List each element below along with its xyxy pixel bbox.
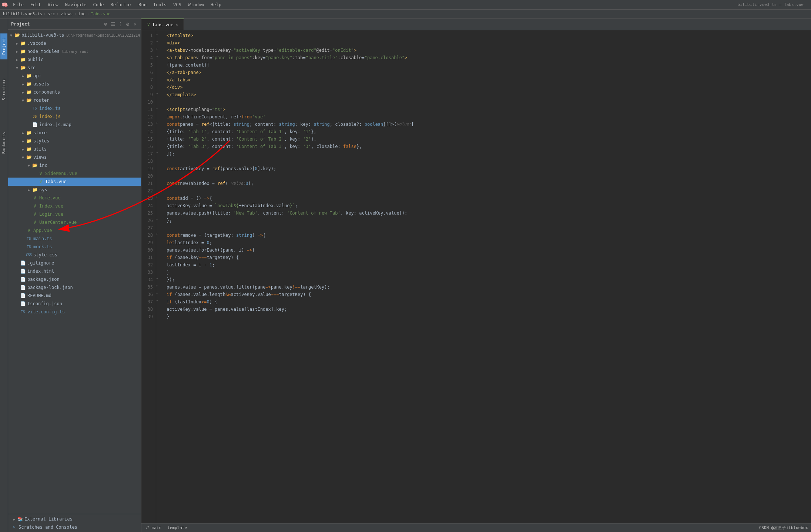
tree-item-package-json[interactable]: 📄package.json <box>8 275 141 283</box>
ts-file-icon: TS <box>20 309 26 315</box>
app-icon: 🧠 <box>1 2 8 8</box>
vue-file-icon: V <box>32 211 38 217</box>
folder-arrow-public[interactable]: ▶ <box>14 57 20 63</box>
menu-help[interactable]: Help <box>208 1 224 8</box>
folder-arrow-sys[interactable]: ▶ <box>26 187 32 193</box>
settings-icon[interactable]: ⚙ <box>125 21 131 27</box>
locate-icon[interactable]: ⊕ <box>103 21 108 27</box>
folder-arrow-views[interactable]: ▼ <box>20 154 26 160</box>
tree-item-main-ts[interactable]: TSmain.ts <box>8 235 141 243</box>
panel-tab-bookmarks[interactable]: Bookmarks <box>0 127 7 158</box>
tree-item-sys[interactable]: ▶📁sys <box>8 186 141 194</box>
tree-item-src[interactable]: ▼📂src <box>8 64 141 72</box>
tree-item--vscode[interactable]: ▶📁.vscode <box>8 39 141 47</box>
status-branch: ⎇ main <box>144 525 161 530</box>
tree-item-utils[interactable]: ▶📁utils <box>8 145 141 153</box>
folder-arrow-components[interactable]: ▶ <box>20 89 26 95</box>
menu-navigate[interactable]: Navigate <box>62 1 90 8</box>
folder-arrow-router[interactable]: ▼ <box>20 97 26 103</box>
folder-icon: 📂 <box>26 97 32 103</box>
folder-arrow-.vscode[interactable]: ▶ <box>14 40 20 46</box>
tree-item-index-ts[interactable]: TSindex.ts <box>8 104 141 112</box>
folder-icon: 📁 <box>20 57 26 63</box>
tree-item-styles[interactable]: ▶📁styles <box>8 137 141 145</box>
folder-arrow-inc[interactable]: ▼ <box>26 162 32 168</box>
tree-item-login-vue[interactable]: VLogin.vue <box>8 210 141 218</box>
tree-item-api[interactable]: ▶📁api <box>8 72 141 80</box>
folder-arrow-styles[interactable]: ▶ <box>20 138 26 144</box>
menu-edit[interactable]: Edit <box>27 1 44 8</box>
tab-close-button[interactable]: ✕ <box>175 23 178 27</box>
tab-label: Tabs.vue <box>152 22 174 27</box>
tree-item-node-modules[interactable]: ▶📁node_moduleslibrary root <box>8 47 141 55</box>
vue-file-icon: V <box>38 179 44 185</box>
tree-item-components[interactable]: ▶📁components <box>8 88 141 96</box>
tree-item-readme-md[interactable]: 📄README.md <box>8 292 141 300</box>
sidebar-header: Project ⊕ ☰ ⋮ ⚙ ✕ <box>8 18 141 30</box>
breadcrumb-inc[interactable]: inc <box>78 11 86 16</box>
tree-item-index-vue[interactable]: VIndex.vue <box>8 202 141 210</box>
breadcrumb-src[interactable]: src <box>48 11 55 16</box>
tree-item-app-vue[interactable]: VApp.vue <box>8 226 141 235</box>
collapse-all-icon[interactable]: ☰ <box>110 21 116 27</box>
folder-icon: 📂 <box>20 65 26 71</box>
file-tree: ▼📂bilibili-vue3-tsD:\ProgramWorkSpace\ID… <box>8 30 141 514</box>
panel-tab-structure[interactable]: Structure <box>0 74 7 105</box>
map-file-icon: 📄 <box>32 122 38 128</box>
tab-tabs-vue[interactable]: V Tabs.vue ✕ <box>141 18 184 30</box>
css-file-icon: CSS <box>26 252 32 258</box>
tree-item-inc[interactable]: ▼📂inc <box>8 161 141 169</box>
code-content[interactable]: <template> <div> <a-tabs v-model:activeK… <box>164 30 811 523</box>
tree-item-views[interactable]: ▼📂views <box>8 153 141 161</box>
folder-arrow-assets[interactable]: ▶ <box>20 81 26 87</box>
tree-item-usercenter-vue[interactable]: VUserCenter.vue <box>8 218 141 226</box>
folder-icon: 📁 <box>32 187 38 193</box>
tree-item-tabs-vue[interactable]: VTabs.vue <box>8 178 141 186</box>
folder-arrow-node_modules[interactable]: ▶ <box>14 48 20 54</box>
vue-file-icon: V <box>26 228 32 233</box>
menu-tools[interactable]: Tools <box>150 1 170 8</box>
tree-item-index-js[interactable]: JSindex.js <box>8 112 141 121</box>
folder-arrow-api[interactable]: ▶ <box>20 73 26 79</box>
external-libraries-item[interactable]: ▶ 📚 External Libraries <box>8 515 141 523</box>
tree-options-icon[interactable]: ⋮ <box>117 21 123 27</box>
breadcrumb-views[interactable]: views <box>60 11 73 16</box>
menu-run[interactable]: Run <box>135 1 150 8</box>
menu-code[interactable]: Code <box>90 1 107 8</box>
tree-item-index-html[interactable]: 📄index.html <box>8 267 141 275</box>
tree-item-package-lock-json[interactable]: 📄package-lock.json <box>8 283 141 292</box>
tree-item-vite-config-ts[interactable]: TSvite.config.ts <box>8 308 141 316</box>
tree-item-router[interactable]: ▼📂router <box>8 96 141 104</box>
tree-item-store[interactable]: ▶📁store <box>8 129 141 137</box>
code-editor[interactable]: 1234567891011121314151617181920212223242… <box>141 30 811 523</box>
close-panel-icon[interactable]: ✕ <box>132 21 138 27</box>
breadcrumb-file[interactable]: Tabs.vue <box>91 11 110 16</box>
tree-item-style-css[interactable]: CSSstyle.css <box>8 251 141 259</box>
tree-item-mock-ts[interactable]: TSmock.ts <box>8 243 141 251</box>
folder-arrow-src[interactable]: ▼ <box>14 65 20 71</box>
menu-window[interactable]: Window <box>185 1 207 8</box>
tree-item-assets[interactable]: ▶📁assets <box>8 80 141 88</box>
status-template[interactable]: template <box>167 525 187 530</box>
vue-file-icon: V <box>32 203 38 209</box>
breadcrumb-project[interactable]: bilibili-vue3-ts <box>3 11 42 16</box>
panel-tab-project[interactable]: Project <box>0 33 7 59</box>
scratches-item[interactable]: ✎ Scratches and Consoles <box>8 523 141 531</box>
tree-item-bilibili-vue3-ts[interactable]: ▼📂bilibili-vue3-tsD:\ProgramWorkSpace\ID… <box>8 31 141 39</box>
menu-bar: 🧠 File Edit View Navigate Code Refactor … <box>0 0 811 10</box>
menu-vcs[interactable]: VCS <box>170 1 184 8</box>
menu-refactor[interactable]: Refactor <box>107 1 135 8</box>
folder-icon: 📂 <box>32 162 38 168</box>
tree-item-index-js-map[interactable]: 📄index.js.map <box>8 121 141 129</box>
tree-item-sidemenu-vue[interactable]: VSideMenu.vue <box>8 169 141 178</box>
menu-view[interactable]: View <box>45 1 61 8</box>
folder-arrow-utils[interactable]: ▶ <box>20 146 26 152</box>
folder-arrow-bilibili-vue3-ts[interactable]: ▼ <box>8 32 14 38</box>
folder-arrow-store[interactable]: ▶ <box>20 130 26 136</box>
tree-item--gitignore[interactable]: 📄.gitignore <box>8 259 141 267</box>
file-icon: 📄 <box>20 301 26 307</box>
menu-file[interactable]: File <box>10 1 27 8</box>
tree-item-public[interactable]: ▶📁public <box>8 55 141 64</box>
tree-item-home-vue[interactable]: VHome.vue <box>8 194 141 202</box>
tree-item-tsconfig-json[interactable]: 📄tsconfig.json <box>8 300 141 308</box>
